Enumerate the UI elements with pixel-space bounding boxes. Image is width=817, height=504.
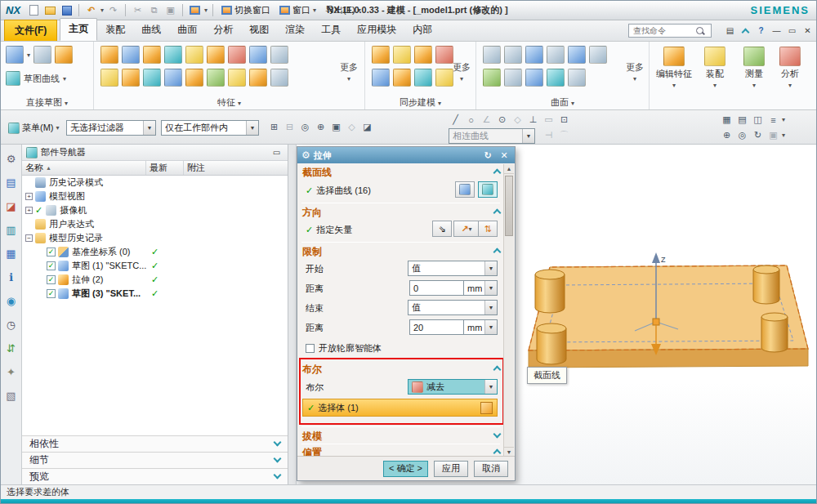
menu-button[interactable]: 菜单(M) ▾ <box>4 119 64 136</box>
checkbox-icon[interactable]: ✓ <box>47 289 56 298</box>
through-curves-icon[interactable] <box>483 46 501 64</box>
expand-icon[interactable]: + <box>25 207 33 214</box>
tree-row-history-mode[interactable]: 历史记录模式 <box>22 176 288 190</box>
section-header-limits[interactable]: 限制 <box>302 244 500 259</box>
ok-button[interactable]: < 确定 > <box>383 461 428 477</box>
snap-point-on-face-icon[interactable]: ⊡ <box>557 113 571 127</box>
chamfer-icon[interactable] <box>100 69 118 87</box>
checkbox-icon[interactable] <box>306 344 315 353</box>
start-unit-combo[interactable]: mm ▼ <box>463 280 498 296</box>
deselect-icon[interactable]: ⊟ <box>283 120 297 134</box>
patch-icon[interactable] <box>568 69 586 87</box>
tree-row-model-history[interactable]: − 模型历史记录 <box>22 231 288 245</box>
trimmed-sheet-icon[interactable] <box>504 69 522 87</box>
mirror-icon[interactable] <box>164 69 182 87</box>
tab-view[interactable]: 视图 <box>241 20 277 41</box>
sweep-icon[interactable] <box>228 69 246 87</box>
accordion-dependencies[interactable]: 相依性 <box>22 435 288 452</box>
tab-assembly[interactable]: 装配 <box>97 20 133 41</box>
tree-row-sketch-3[interactable]: ✓ 草图 (3) "SKET... ✓ <box>22 287 288 301</box>
end-option-combo[interactable]: 值 ▼ <box>408 300 498 315</box>
restore-window-icon[interactable]: ▭ <box>785 24 799 37</box>
checkbox-icon[interactable]: ✓ <box>47 275 56 284</box>
dialog-scrollbar[interactable]: ▲ ▼ <box>503 164 514 457</box>
process-studio-icon[interactable]: ⇵ <box>4 341 19 355</box>
resize-face-icon[interactable] <box>393 69 411 87</box>
web-browser-icon[interactable]: ◉ <box>4 293 19 308</box>
cancel-button[interactable]: 取消 <box>474 461 508 477</box>
tree-row-cameras[interactable]: + ✓ 摄像机 <box>22 203 288 217</box>
resource-panel-icon[interactable]: ▤ <box>723 24 737 37</box>
snap-existing-point-icon[interactable]: ⊥ <box>526 113 540 127</box>
highlight-icon[interactable]: ◎ <box>298 120 312 134</box>
start-option-combo[interactable]: 值 ▼ <box>408 261 498 276</box>
paste-icon[interactable]: ▣ <box>163 4 177 17</box>
section-header-boolean[interactable]: 布尔 <box>302 362 500 377</box>
block-icon[interactable] <box>143 46 161 64</box>
snap-arc-center-icon[interactable]: ⊙ <box>495 113 509 127</box>
view-dropdown-icon[interactable]: ▾ <box>782 132 785 139</box>
collapse-icon[interactable]: − <box>25 234 33 242</box>
surface-more-button[interactable]: 更多▾ <box>621 62 649 84</box>
history-icon[interactable]: ◷ <box>4 317 19 332</box>
n-sided-surface-icon[interactable] <box>547 46 565 64</box>
cut-icon[interactable]: ✂ <box>131 4 145 17</box>
scroll-up-icon[interactable]: ▲ <box>504 164 514 174</box>
tab-file[interactable]: 文件(F) <box>4 20 57 41</box>
fit-view-icon[interactable]: ▣ <box>766 128 780 142</box>
tree-row-model-views[interactable]: + 模型视图 <box>22 190 288 203</box>
selection-filter-combo[interactable]: 无选择过滤器 ▼ <box>66 120 156 136</box>
thread-icon[interactable] <box>249 69 267 87</box>
checkbox-icon[interactable]: ✓ <box>47 261 56 270</box>
bounded-plane-icon[interactable] <box>589 46 607 64</box>
shell-icon[interactable] <box>270 46 288 64</box>
replace-face-icon[interactable] <box>372 69 390 87</box>
system-materials-icon[interactable]: ▧ <box>4 388 19 403</box>
command-search-input[interactable] <box>633 26 695 35</box>
swept-icon[interactable] <box>504 46 522 64</box>
sew-icon[interactable] <box>525 69 543 87</box>
specify-vector-row[interactable]: ✓指定矢量 ⇘ ↗▾ ⇅ <box>297 221 502 239</box>
rotate-view-icon[interactable]: ↻ <box>751 128 765 142</box>
offset-region-icon[interactable] <box>414 46 432 64</box>
tab-render[interactable]: 渲染 <box>277 20 313 41</box>
group-label-surface[interactable]: 曲面 ▾ <box>476 96 649 109</box>
feature-more-button[interactable]: 更多▾ <box>335 62 363 84</box>
subtract-icon[interactable] <box>228 46 246 64</box>
hole-icon[interactable] <box>164 46 182 64</box>
tree-row-extrude-2[interactable]: ✓ 拉伸 (2) ✓ <box>22 273 288 287</box>
panel-pin-button[interactable]: ▭ <box>270 146 283 159</box>
minimize-window-icon[interactable]: — <box>770 24 784 37</box>
sketch-dropdown-icon[interactable]: ▾ <box>27 51 30 59</box>
command-finder[interactable] <box>628 24 712 38</box>
snap-point-on-curve-icon[interactable]: ▭ <box>542 113 556 127</box>
more-tools-dropdown-icon[interactable]: ▾ <box>782 116 785 123</box>
tab-home[interactable]: 主页 <box>60 18 97 41</box>
roles-icon[interactable]: ✦ <box>4 364 19 379</box>
revolve-icon[interactable] <box>122 46 140 64</box>
open-file-icon[interactable] <box>43 4 57 17</box>
sketch-icon[interactable] <box>6 46 24 64</box>
hd3d-tool-icon[interactable]: ℹ <box>4 270 19 284</box>
group-label-direct-sketch[interactable]: 直接草图 ▾ <box>1 96 93 109</box>
window-style-dropdown-icon[interactable]: ▾ <box>204 7 208 14</box>
dialog-title-bar[interactable]: ⚙ 拉伸 ↻ ✕ <box>297 147 515 163</box>
start-distance-field[interactable]: 0 <box>409 280 463 296</box>
gear-icon[interactable]: ⚙ <box>4 151 19 166</box>
sketch-curve-icon[interactable] <box>6 71 20 86</box>
accordion-details[interactable]: 细节 <box>22 452 288 468</box>
tree-row-datum-csys[interactable]: ✓ 基准坐标系 (0) ✓ <box>22 245 288 259</box>
edge-blend-icon[interactable] <box>122 69 140 87</box>
window-cascade-icon[interactable]: ◫ <box>751 113 765 127</box>
rib-icon[interactable] <box>207 46 225 64</box>
reverse-direction-button[interactable]: ⇅ <box>478 221 498 237</box>
assemblies-button[interactable]: 装配 ▾ <box>695 47 734 89</box>
column-status[interactable]: 最新 <box>146 161 184 175</box>
edit-feature-button[interactable]: 编辑特征 ▾ <box>654 47 694 89</box>
draft-icon[interactable] <box>270 69 288 87</box>
boss-icon[interactable] <box>185 46 203 64</box>
pull-face-icon[interactable] <box>393 46 411 64</box>
offset-surface-icon[interactable] <box>483 69 501 87</box>
redo-icon[interactable]: ↷ <box>106 4 120 17</box>
move-face-icon[interactable] <box>372 46 390 64</box>
